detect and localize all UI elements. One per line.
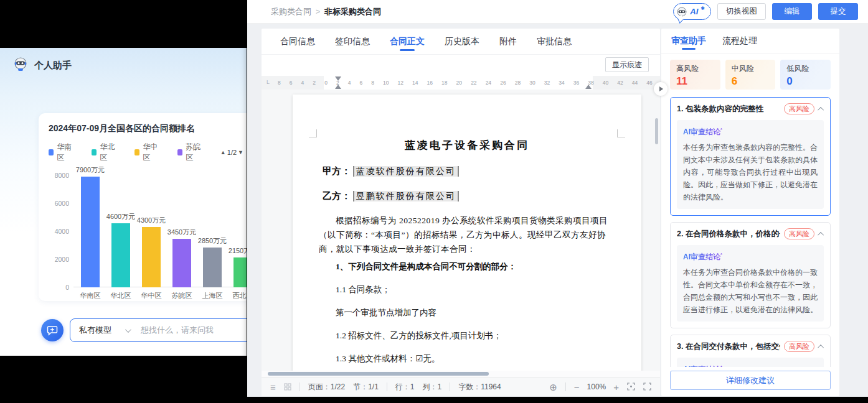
indent-marker-left[interactable] [335,85,341,89]
indent-marker-right[interactable] [585,85,592,89]
bar-group: 3450万元苏皖区 [172,239,191,287]
breadcrumb-parent[interactable]: 采购类合同 [271,6,311,17]
ai-conclusion-label: AI审查结论* [683,127,722,137]
switch-view-button[interactable]: 切换视图 [717,3,766,20]
tab-审查助手[interactable]: 审查助手 [671,29,706,53]
tab-历史版本[interactable]: 历史版本 [445,29,479,54]
party-a-field[interactable]: 蓝凌软件股份有限公司 [353,166,459,177]
risk-item[interactable]: 3. 在合同交付条款中，包括交付时间、交...高风险AI审查结论*本任务为审查合… [670,335,831,367]
bar[interactable] [203,248,222,287]
edit-button[interactable]: 编辑 [772,3,812,20]
fit-page-icon[interactable] [627,382,635,392]
risk-item-title: 3. 在合同交付条款中，包括交付时间、交... [677,341,780,352]
tab-合同正文[interactable]: 合同正文 [390,29,425,54]
legend-item[interactable]: 华南区 [49,142,75,163]
chevron-up-icon[interactable] [818,231,824,238]
legend-pager: ▲ 1/2 ▼ [220,149,243,156]
detail-suggestions-button[interactable]: 详细修改建议 [670,371,831,390]
risk-summary-label: 高风险 [676,63,714,74]
review-panel: 审查助手流程处理 高风险11中风险6低风险0 1. 包装条款内容的完整性高风险A… [661,29,839,396]
sparkle-icon: * [720,252,722,257]
chat-bubble-icon[interactable] [41,319,64,341]
document-page[interactable]: 蓝凌电子设备采购合同 甲方： 蓝凌软件股份有限公司 乙方： 昱鹏软件股份有限公司… [293,95,641,371]
tab-附件[interactable]: 附件 [499,29,517,54]
party-b-field[interactable]: 昱鹏软件股份有限公司 [353,191,459,202]
ai-assistant-button[interactable]: AI ✱ [673,3,711,20]
risk-conclusion-text: 本任务为审查包装条款内容的完整性。合同文本中未涉及任何关于包装条款的具体内容，可… [683,141,818,203]
party-a-label: 甲方： [323,166,351,176]
risk-summary-count: 0 [786,75,824,88]
ai-conclusion-label: AI审查结论* [683,364,722,367]
ruler-number: 16 [427,80,433,86]
bar[interactable] [111,223,130,287]
input-placeholder: 想找什么，请来问我 [141,325,214,336]
horizontal-scrollbar-thumb[interactable] [268,372,489,376]
tab-签印信息[interactable]: 签印信息 [335,29,370,54]
legend-item[interactable]: 华北区 [92,142,118,163]
legend-prev-icon[interactable]: ▲ [220,149,226,155]
ruler-number: 2 [313,80,316,86]
legend-next-icon[interactable]: ▼ [238,149,243,155]
y-axis-tick-label: 6000 [49,200,74,207]
contract-heading-1: 1、下列合同文件是构成本合同不可分割的部分： [319,259,615,274]
risk-summary-card-mid[interactable]: 中风险6 [725,60,776,90]
tab-审批信息[interactable]: 审批信息 [537,29,572,54]
zoom-out-button[interactable]: − [574,382,580,392]
risk-item[interactable]: 1. 包装条款内容的完整性高风险AI审查结论*本任务为审查包装条款内容的完整性。… [670,97,831,216]
submit-button[interactable]: 提交 [818,3,858,20]
risk-item-header[interactable]: 1. 包装条款内容的完整性高风险 [671,98,830,120]
x-axis-category-label: 华北区 [111,291,131,300]
chevron-up-icon[interactable] [818,344,824,350]
legend-label: 华南区 [57,142,75,163]
show-trace-button[interactable]: 显示痕迹 [605,57,649,72]
ruler-number: 18 [441,80,447,86]
ruler-number: 4 [348,80,351,86]
chart-title: 2024年07-09月全国各区的合同额排名 [49,123,243,134]
ruler[interactable]: L 86420246810121416182022242628303234363… [262,76,660,90]
legend-item[interactable]: 华中区 [134,142,161,163]
assistant-title: 个人助手 [34,60,72,72]
risk-item-header[interactable]: 2. 在合同价格条款中，价格的一致性高风险 [671,223,830,245]
risk-item-body: AI审查结论*本任务为审查合同交付条款中是否明确包括交付时间、交付地点、交付内容… [677,358,824,367]
ruler-number: 36 [573,80,579,86]
document-viewport[interactable]: 蓝凌电子设备采购合同 甲方： 蓝凌软件股份有限公司 乙方： 昱鹏软件股份有限公司… [262,90,660,371]
ruler-number: 28 [515,80,521,86]
ruler-number: 6 [290,80,293,86]
indent-marker-first-line[interactable] [335,76,341,81]
risk-summary-card-low[interactable]: 低风险0 [780,60,831,90]
assistant-search-input[interactable]: 私有模型 想找什么，请来问我 [70,318,247,342]
grid-view-icon[interactable] [284,382,291,392]
horizontal-scrollbar-track[interactable] [262,371,660,377]
tab-合同信息[interactable]: 合同信息 [280,29,315,54]
language-globe-icon[interactable]: ⊕ [549,382,557,392]
bar[interactable] [142,227,161,287]
vertical-scrollbar[interactable] [655,118,658,144]
zoom-in-button[interactable]: + [613,382,619,392]
bar-group: 2150万元西北区 [234,257,247,287]
model-select[interactable]: 私有模型 [79,325,130,336]
legend-swatch [92,149,97,155]
tab-流程处理[interactable]: 流程处理 [722,29,757,53]
chevron-up-icon[interactable] [818,106,824,113]
fullscreen-icon[interactable] [643,382,651,392]
y-axis-tick-label: 8000 [49,172,74,179]
legend-label: 华北区 [100,142,118,163]
bar[interactable] [81,177,100,287]
risk-item-header[interactable]: 3. 在合同交付条款中，包括交付时间、交...高风险 [671,335,830,358]
crop-mark-left [309,129,317,137]
risk-item[interactable]: 2. 在合同价格条款中，价格的一致性高风险AI审查结论*本任务为审查合同价格条款… [670,222,831,328]
panel-collapse-handle[interactable] [654,82,668,96]
bar[interactable] [172,239,191,287]
risk-summary-label: 中风险 [732,63,770,74]
ruler-number: 6 [359,80,362,86]
x-axis-category-label: 华中区 [141,291,162,300]
ruler-number: 24 [486,80,491,86]
bar[interactable] [234,257,247,287]
ruler-number: 14 [412,80,418,86]
ruler-number: 0 [324,80,328,86]
risk-summary-card-high[interactable]: 高风险11 [670,60,720,90]
statusbar-divider [300,382,300,391]
outline-list-icon[interactable]: ≡ [270,382,276,392]
bar-group: 4600万元华北区 [111,223,130,287]
legend-item[interactable]: 苏皖区 [177,142,204,163]
